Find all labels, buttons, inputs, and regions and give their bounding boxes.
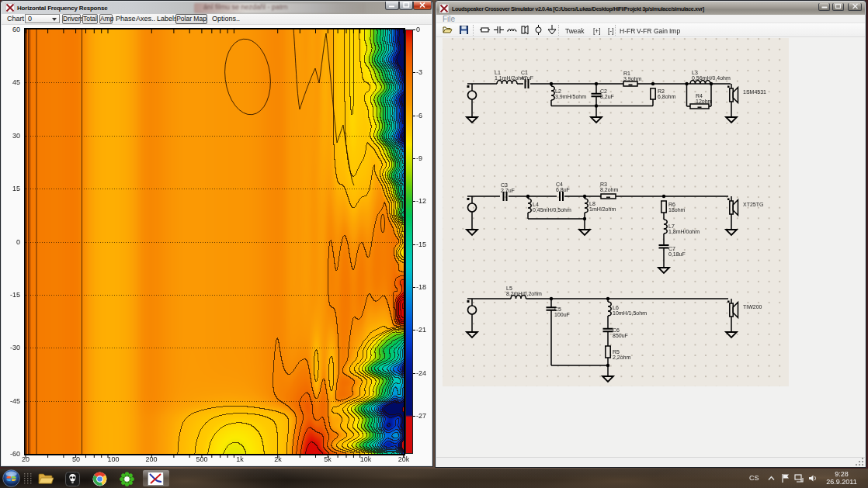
svg-text:R3: R3 (600, 182, 607, 187)
svg-text:8,2ohm: 8,2ohm (600, 187, 619, 192)
svg-text:18ohm: 18ohm (668, 207, 686, 213)
svg-text:L3: L3 (692, 70, 698, 75)
svg-text:R4: R4 (696, 93, 703, 99)
svg-text:L1: L1 (495, 70, 501, 75)
svg-text:47uF: 47uF (521, 75, 533, 81)
svg-text:10mH/1,5ohm: 10mH/1,5ohm (613, 310, 647, 316)
svg-text:1mH/2ohm: 1mH/2ohm (589, 206, 616, 212)
svg-text:R5: R5 (613, 349, 620, 355)
svg-text:C4: C4 (556, 182, 563, 187)
svg-text:TIW200: TIW200 (743, 304, 762, 310)
svg-text:L2: L2 (555, 88, 561, 94)
svg-text:C5: C5 (554, 306, 561, 312)
svg-text:XT25TG: XT25TG (743, 202, 763, 207)
svg-text:3,9ohm: 3,9ohm (623, 76, 642, 81)
svg-text:L8: L8 (589, 201, 595, 206)
svg-text:8,2mH/0,2ohm: 8,2mH/0,2ohm (506, 291, 542, 296)
svg-text:L4: L4 (533, 202, 539, 207)
svg-text:1,8mH/0ohm: 1,8mH/0ohm (668, 229, 700, 234)
svg-text:L7: L7 (668, 223, 675, 229)
svg-text:C2: C2 (600, 88, 607, 94)
svg-text:100uF: 100uF (554, 312, 570, 317)
svg-text:R6: R6 (668, 202, 675, 207)
svg-text:12ohm: 12ohm (696, 99, 713, 104)
svg-text:C1: C1 (521, 70, 528, 75)
svg-text:R2: R2 (658, 88, 665, 94)
svg-text:C3: C3 (501, 182, 508, 188)
svg-text:3,9mH/5ohm: 3,9mH/5ohm (555, 94, 586, 99)
svg-text:C6: C6 (613, 327, 620, 333)
svg-text:R1: R1 (623, 71, 630, 76)
svg-text:6,8uF: 6,8uF (556, 187, 570, 192)
svg-text:6,8ohm: 6,8ohm (658, 94, 676, 99)
svg-text:0,18uF: 0,18uF (668, 251, 686, 257)
svg-text:2,2ohm: 2,2ohm (613, 355, 631, 360)
svg-text:0,45mH/0,5ohm: 0,45mH/0,5ohm (533, 207, 571, 213)
svg-text:L6: L6 (613, 305, 619, 310)
svg-text:2,7uF: 2,7uF (501, 188, 515, 193)
svg-text:1SM4531: 1SM4531 (743, 89, 766, 95)
svg-text:8,2uF: 8,2uF (600, 94, 614, 99)
svg-text:850uF: 850uF (613, 333, 628, 338)
svg-text:C7: C7 (668, 246, 675, 251)
svg-text:0,56mH/0,4ohm: 0,56mH/0,4ohm (692, 75, 731, 81)
svg-text:L5: L5 (506, 286, 512, 291)
